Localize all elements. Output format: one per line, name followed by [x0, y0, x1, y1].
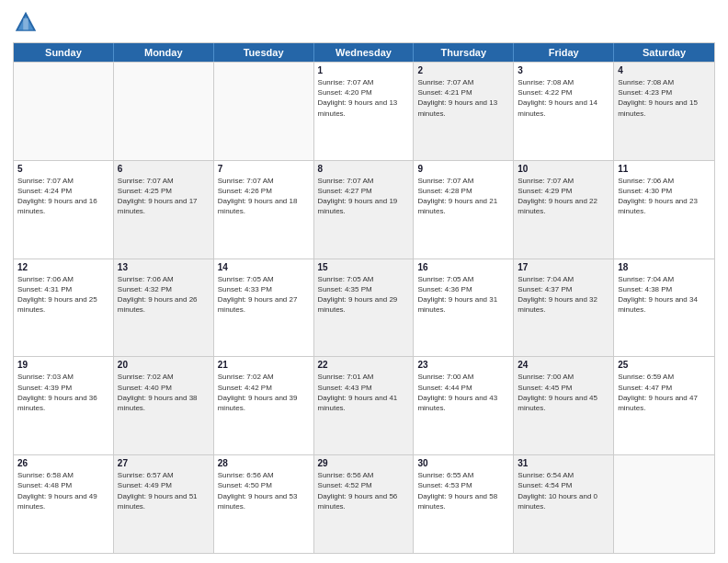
- day-number: 31: [518, 458, 609, 468]
- day-info: Sunrise: 7:07 AM Sunset: 4:29 PM Dayligh…: [518, 176, 609, 217]
- day-info: Sunrise: 7:02 AM Sunset: 4:40 PM Dayligh…: [118, 372, 210, 413]
- day-cell-6: 6Sunrise: 7:07 AM Sunset: 4:25 PM Daylig…: [114, 161, 214, 259]
- day-cell-23: 23Sunrise: 7:00 AM Sunset: 4:44 PM Dayli…: [414, 357, 514, 454]
- header-cell-saturday: Saturday: [614, 43, 714, 62]
- day-info: Sunrise: 7:08 AM Sunset: 4:22 PM Dayligh…: [518, 77, 609, 119]
- day-info: Sunrise: 7:05 AM Sunset: 4:33 PM Dayligh…: [218, 274, 310, 316]
- day-cell-16: 16Sunrise: 7:05 AM Sunset: 4:36 PM Dayli…: [414, 259, 514, 357]
- logo: [13, 9, 42, 35]
- day-info: Sunrise: 7:07 AM Sunset: 4:27 PM Dayligh…: [318, 176, 410, 217]
- day-number: 7: [218, 164, 310, 174]
- day-number: 8: [318, 164, 410, 174]
- empty-cell-0-2: [214, 63, 314, 160]
- day-number: 19: [17, 360, 109, 370]
- day-number: 22: [318, 360, 410, 370]
- empty-cell-0-1: [114, 63, 214, 160]
- header-cell-tuesday: Tuesday: [214, 43, 314, 62]
- calendar-body: 1Sunrise: 7:07 AM Sunset: 4:20 PM Daylig…: [14, 62, 714, 553]
- day-cell-8: 8Sunrise: 7:07 AM Sunset: 4:27 PM Daylig…: [314, 161, 415, 259]
- empty-cell-0-0: [14, 63, 114, 160]
- header: [13, 9, 715, 35]
- day-cell-22: 22Sunrise: 7:01 AM Sunset: 4:43 PM Dayli…: [314, 357, 415, 454]
- svg-rect-2: [23, 18, 28, 30]
- day-cell-5: 5Sunrise: 7:07 AM Sunset: 4:24 PM Daylig…: [14, 161, 114, 259]
- day-number: 3: [518, 65, 609, 75]
- day-info: Sunrise: 7:07 AM Sunset: 4:25 PM Dayligh…: [118, 176, 210, 217]
- header-cell-monday: Monday: [114, 43, 214, 62]
- day-number: 20: [118, 360, 210, 370]
- day-cell-15: 15Sunrise: 7:05 AM Sunset: 4:35 PM Dayli…: [314, 259, 415, 357]
- day-number: 30: [417, 458, 509, 468]
- day-number: 28: [218, 458, 310, 468]
- day-number: 9: [417, 164, 509, 174]
- day-number: 16: [417, 262, 509, 272]
- day-number: 2: [417, 65, 509, 75]
- day-cell-26: 26Sunrise: 6:58 AM Sunset: 4:48 PM Dayli…: [14, 455, 114, 553]
- calendar-week-4: 19Sunrise: 7:03 AM Sunset: 4:39 PM Dayli…: [14, 356, 714, 454]
- day-number: 1: [318, 65, 410, 75]
- day-info: Sunrise: 6:55 AM Sunset: 4:53 PM Dayligh…: [417, 470, 509, 511]
- empty-cell-4-6: [614, 455, 714, 553]
- day-number: 25: [618, 360, 711, 370]
- day-info: Sunrise: 7:07 AM Sunset: 4:26 PM Dayligh…: [218, 176, 310, 217]
- header-cell-wednesday: Wednesday: [314, 43, 415, 62]
- day-cell-31: 31Sunrise: 6:54 AM Sunset: 4:54 PM Dayli…: [514, 455, 614, 553]
- day-info: Sunrise: 6:59 AM Sunset: 4:47 PM Dayligh…: [618, 372, 711, 413]
- calendar-week-5: 26Sunrise: 6:58 AM Sunset: 4:48 PM Dayli…: [14, 454, 714, 553]
- day-info: Sunrise: 7:03 AM Sunset: 4:39 PM Dayligh…: [17, 372, 109, 413]
- day-cell-4: 4Sunrise: 7:08 AM Sunset: 4:23 PM Daylig…: [614, 63, 714, 160]
- day-cell-24: 24Sunrise: 7:00 AM Sunset: 4:45 PM Dayli…: [514, 357, 614, 454]
- day-info: Sunrise: 7:07 AM Sunset: 4:20 PM Dayligh…: [318, 77, 410, 119]
- day-number: 10: [518, 164, 609, 174]
- day-info: Sunrise: 6:54 AM Sunset: 4:54 PM Dayligh…: [518, 470, 609, 511]
- day-number: 5: [17, 164, 109, 174]
- day-number: 15: [318, 262, 410, 272]
- day-cell-11: 11Sunrise: 7:06 AM Sunset: 4:30 PM Dayli…: [614, 161, 714, 259]
- day-info: Sunrise: 7:05 AM Sunset: 4:35 PM Dayligh…: [318, 274, 410, 316]
- day-cell-17: 17Sunrise: 7:04 AM Sunset: 4:37 PM Dayli…: [514, 259, 614, 357]
- day-cell-27: 27Sunrise: 6:57 AM Sunset: 4:49 PM Dayli…: [114, 455, 214, 553]
- day-number: 12: [17, 262, 109, 272]
- day-info: Sunrise: 7:04 AM Sunset: 4:37 PM Dayligh…: [518, 274, 609, 316]
- day-number: 4: [618, 65, 711, 75]
- day-cell-20: 20Sunrise: 7:02 AM Sunset: 4:40 PM Dayli…: [114, 357, 214, 454]
- header-cell-thursday: Thursday: [414, 43, 514, 62]
- calendar-week-1: 1Sunrise: 7:07 AM Sunset: 4:20 PM Daylig…: [14, 62, 714, 160]
- day-cell-13: 13Sunrise: 7:06 AM Sunset: 4:32 PM Dayli…: [114, 259, 214, 357]
- day-info: Sunrise: 7:08 AM Sunset: 4:23 PM Dayligh…: [618, 77, 711, 119]
- calendar-week-3: 12Sunrise: 7:06 AM Sunset: 4:31 PM Dayli…: [14, 259, 714, 357]
- day-number: 18: [618, 262, 711, 272]
- calendar: SundayMondayTuesdayWednesdayThursdayFrid…: [13, 42, 715, 554]
- day-number: 29: [318, 458, 410, 468]
- day-info: Sunrise: 7:07 AM Sunset: 4:21 PM Dayligh…: [417, 77, 509, 119]
- day-cell-25: 25Sunrise: 6:59 AM Sunset: 4:47 PM Dayli…: [614, 357, 714, 454]
- day-cell-29: 29Sunrise: 6:56 AM Sunset: 4:52 PM Dayli…: [314, 455, 415, 553]
- calendar-header-row: SundayMondayTuesdayWednesdayThursdayFrid…: [14, 43, 714, 62]
- day-info: Sunrise: 7:06 AM Sunset: 4:31 PM Dayligh…: [17, 274, 109, 316]
- day-info: Sunrise: 7:07 AM Sunset: 4:24 PM Dayligh…: [17, 176, 109, 217]
- day-info: Sunrise: 6:57 AM Sunset: 4:49 PM Dayligh…: [118, 470, 210, 511]
- day-cell-21: 21Sunrise: 7:02 AM Sunset: 4:42 PM Dayli…: [214, 357, 314, 454]
- day-cell-12: 12Sunrise: 7:06 AM Sunset: 4:31 PM Dayli…: [14, 259, 114, 357]
- header-cell-sunday: Sunday: [14, 43, 114, 62]
- day-info: Sunrise: 7:04 AM Sunset: 4:38 PM Dayligh…: [618, 274, 711, 316]
- day-number: 27: [118, 458, 210, 468]
- day-info: Sunrise: 7:05 AM Sunset: 4:36 PM Dayligh…: [417, 274, 509, 316]
- day-number: 26: [17, 458, 109, 468]
- day-cell-2: 2Sunrise: 7:07 AM Sunset: 4:21 PM Daylig…: [414, 63, 514, 160]
- day-cell-19: 19Sunrise: 7:03 AM Sunset: 4:39 PM Dayli…: [14, 357, 114, 454]
- day-number: 17: [518, 262, 609, 272]
- page: SundayMondayTuesdayWednesdayThursdayFrid…: [0, 0, 728, 563]
- day-cell-7: 7Sunrise: 7:07 AM Sunset: 4:26 PM Daylig…: [214, 161, 314, 259]
- day-cell-10: 10Sunrise: 7:07 AM Sunset: 4:29 PM Dayli…: [514, 161, 614, 259]
- day-cell-28: 28Sunrise: 6:56 AM Sunset: 4:50 PM Dayli…: [214, 455, 314, 553]
- day-number: 24: [518, 360, 609, 370]
- day-info: Sunrise: 6:58 AM Sunset: 4:48 PM Dayligh…: [17, 470, 109, 511]
- logo-icon: [13, 9, 39, 35]
- calendar-week-2: 5Sunrise: 7:07 AM Sunset: 4:24 PM Daylig…: [14, 160, 714, 259]
- day-cell-14: 14Sunrise: 7:05 AM Sunset: 4:33 PM Dayli…: [214, 259, 314, 357]
- day-info: Sunrise: 7:06 AM Sunset: 4:30 PM Dayligh…: [618, 176, 711, 217]
- day-number: 6: [118, 164, 210, 174]
- day-cell-18: 18Sunrise: 7:04 AM Sunset: 4:38 PM Dayli…: [614, 259, 714, 357]
- day-cell-9: 9Sunrise: 7:07 AM Sunset: 4:28 PM Daylig…: [414, 161, 514, 259]
